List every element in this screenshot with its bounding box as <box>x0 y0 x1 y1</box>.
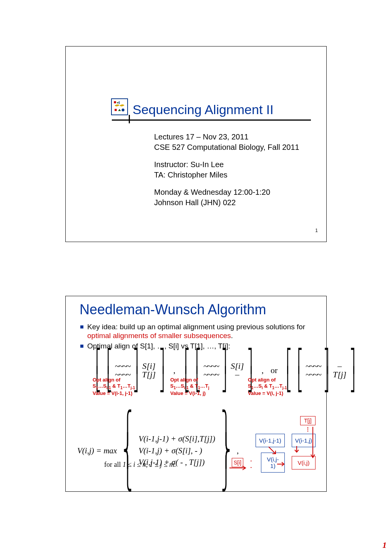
instructor-block: Instructor: Su-In Lee TA: Christopher Mi… <box>154 159 299 180</box>
matrix-row-1: V(i-1,j-1) V(i-1,j) <box>232 434 316 447</box>
bullet1-part-c: . <box>231 332 233 340</box>
slide-1: Sequencing Alignment II Lectures 17 – No… <box>65 46 327 242</box>
wave-top: ~~~~ <box>115 362 130 370</box>
course-name: CSE 527 Computational Biology, Fall 2011 <box>154 142 299 153</box>
slide1-page-number: 1 <box>315 228 318 233</box>
title-vertical-rule <box>129 115 130 123</box>
t: & T <box>189 383 198 389</box>
t: …S <box>253 383 262 389</box>
t: & T <box>263 383 272 389</box>
t: …T <box>123 383 131 389</box>
ta-line: TA: Christopher Miles <box>154 170 299 180</box>
l1: Opt align of <box>93 377 120 383</box>
case-2: V(i-1,j) + σ(S[i], - ) <box>138 445 215 456</box>
t: S <box>170 383 174 389</box>
l3: Value = V(i-1, j) <box>170 390 206 396</box>
comma: , <box>261 365 264 375</box>
arrow-diag-icon <box>268 446 278 456</box>
bullet1-part-b: optimal alignments of smaller subsequenc… <box>87 332 231 340</box>
forall-b: 1 ≤ i ≤ n, 1 ≤ j ≤ m. <box>123 461 176 468</box>
arrow-right-icon <box>277 461 286 467</box>
si-label: S[i] <box>231 362 244 370</box>
t: & T <box>111 383 121 389</box>
t: j-1 <box>282 386 287 390</box>
l3: Value = V(i, j-1) <box>248 390 283 396</box>
instructor-line: Instructor: Su-In Lee <box>154 159 299 170</box>
bullet-square-icon <box>80 345 83 348</box>
dp-matrix-diagram: T[j] ⋮ V(i-1,j-1) V(i-1,j) S[i] . . V(i,… <box>232 416 316 478</box>
forall-line: for all 1 ≤ i ≤ n, 1 ≤ j ≤ m. <box>104 461 176 469</box>
right-bracket-icon: ⎤⎦ <box>350 352 355 389</box>
t: S <box>248 383 251 389</box>
arrow-down-icon <box>294 446 299 454</box>
bullet-1-text: Key idea: build up an optimal alignment … <box>87 322 315 340</box>
slide1-title: Sequencing Alignment II <box>133 102 311 117</box>
slide-2: Needleman-Wunsch Algorithm Key idea: bui… <box>65 296 327 492</box>
right-brace-icon: ⎫⎬⎭ <box>221 416 231 485</box>
recurrence-formula: V(i,j) = max ⎧⎨⎩ V(i-1,j-1) + σ(S[i],T[j… <box>77 416 239 485</box>
bullet1-part-a: Key idea: build up an optimal alignment … <box>87 323 305 331</box>
slide2-bullets: Key idea: build up an optimal alignment … <box>80 322 315 352</box>
t: j-1 <box>131 386 135 390</box>
lecture-date: Lectures 17 – Nov 23, 2011 <box>154 132 299 142</box>
wave-top: ~~~~ <box>306 362 321 370</box>
t: i-1 <box>106 386 111 390</box>
lecture-info-block: Lectures 17 – Nov 23, 2011 CSE 527 Compu… <box>154 132 299 153</box>
or-label: or <box>271 365 277 375</box>
arrow-down-right-icon <box>309 427 316 461</box>
tj-label: T[j] <box>333 370 346 379</box>
forall-a: for all <box>104 461 123 468</box>
page: Sequencing Alignment II Lectures 17 – No… <box>0 0 392 554</box>
t: …S <box>176 383 184 389</box>
t: …T <box>200 383 208 389</box>
schedule-block: Monday & Wednesday 12:00-1:20 Johnson Ha… <box>154 187 299 208</box>
vij-lhs: V(i,j) = max <box>77 446 117 456</box>
right-bracket-icon: ⎤⎦ <box>324 352 329 389</box>
l3: Value = V(i-1, j-1) <box>93 390 133 396</box>
si-label: S[i] <box>142 362 156 370</box>
l1: Opt align of <box>170 377 198 383</box>
opt-label-3: Opt align of S1…Si & T1…Tj-1 Value = V(i… <box>248 377 313 397</box>
opt-label-1: Opt align of S1…Si-1 & T1…Tj-1 Value = V… <box>93 377 158 397</box>
left-brace-icon: ⎧⎨⎩ <box>123 416 132 485</box>
case-1: V(i-1,j-1) + σ(S[i],T[j]) <box>138 433 215 445</box>
comma: , <box>173 365 176 375</box>
slide2-title: Needleman-Wunsch Algorithm <box>80 302 266 318</box>
t: S <box>93 383 96 389</box>
arrow-right-long-icon <box>229 465 248 471</box>
t: …T <box>274 383 282 389</box>
location-line: Johnson Hall (JHN) 022 <box>154 197 299 208</box>
schedule-line: Monday & Wednesday 12:00-1:20 <box>154 187 299 197</box>
t: i-1 <box>184 386 189 390</box>
l1: Opt align of <box>248 377 276 383</box>
cell-vi1j1: V(i-1,j-1) <box>256 434 285 447</box>
option-value-labels: Opt align of S1…Si-1 & T1…Tj-1 Value = V… <box>93 377 315 397</box>
bullet-square-icon <box>80 325 83 328</box>
slide1-info: Lectures 17 – Nov 23, 2011 CSE 527 Compu… <box>154 132 299 215</box>
t: …S <box>98 383 106 389</box>
slide1-title-wrap: Sequencing Alignment II <box>112 102 311 121</box>
horizontal-dots-icon: . . <box>250 456 254 469</box>
wave-top: ~~~~ <box>204 362 219 370</box>
tj-box: T[j] <box>300 416 316 425</box>
dash-label: – <box>333 362 346 370</box>
bullet-1: Key idea: build up an optimal alignment … <box>80 322 315 340</box>
opt-label-2: Opt align of S1…Si-1 & T1…Tj Value = V(i… <box>170 377 236 397</box>
page-number-corner: 1 <box>382 540 387 550</box>
t: j <box>208 386 209 390</box>
